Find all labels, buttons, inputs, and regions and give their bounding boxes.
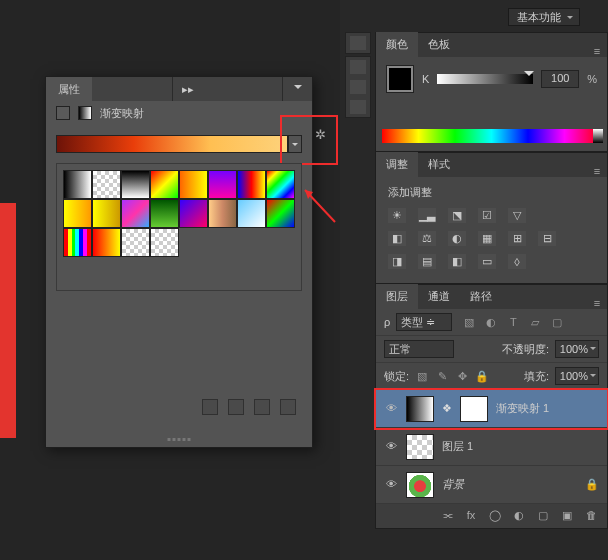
gear-icon[interactable]: ✲ [315,127,326,142]
fx-icon[interactable]: fx [463,509,479,523]
layer-item-background[interactable]: 👁 背景 🔒 [376,466,607,504]
layer-name: 背景 [442,477,464,492]
clip-icon[interactable] [202,399,218,415]
dock-icon[interactable] [350,60,366,74]
layers-panel: 图层 通道 路径 ≡ ρ 类型 ≑ ▧ ◐ T ▱ ▢ 正常 不透明度: 100… [375,284,608,529]
lock-all-icon[interactable]: 🔒 [475,369,489,383]
adjustment-layer-icon[interactable]: ◐ [511,509,527,523]
mask-icon [78,106,92,120]
exposure-icon[interactable]: ☑ [478,208,496,223]
panel-menu-icon[interactable]: ≡ [587,45,607,57]
foreground-swatch[interactable] [386,65,414,93]
delete-icon[interactable]: 🗑 [583,509,599,523]
panel-menu-icon[interactable]: ≡ [587,297,607,309]
filter-pixel-icon[interactable]: ▧ [462,315,476,329]
threshold-icon[interactable]: ◧ [448,254,466,269]
gradient-swatch[interactable] [121,228,150,257]
color-balance-icon[interactable]: ⚖ [418,231,436,246]
resize-handle[interactable] [168,438,191,441]
kind-select[interactable]: 类型 ≑ [396,313,452,331]
layer-item[interactable]: 👁 图层 1 [376,428,607,466]
curves-icon[interactable]: ⬔ [448,208,466,223]
view-prev-icon[interactable] [228,399,244,415]
gradient-swatch[interactable] [179,199,208,228]
new-layer-icon[interactable]: ▣ [559,509,575,523]
tab-styles[interactable]: 样式 [418,152,460,177]
mask-icon[interactable]: ◯ [487,509,503,523]
gradient-swatch[interactable] [63,228,92,257]
filter-shape-icon[interactable]: ▱ [528,315,542,329]
workspace-dropdown[interactable]: 基本功能 [508,8,580,26]
gradient-swatch[interactable] [150,228,179,257]
bw-icon[interactable]: ◐ [448,231,466,246]
blend-row: 正常 不透明度: 100% [376,336,607,363]
gradient-swatch[interactable] [121,199,150,228]
invert-icon[interactable]: ◨ [388,254,406,269]
tab-paths[interactable]: 路径 [460,284,502,309]
mask-thumb[interactable] [460,396,488,422]
gradient-swatch[interactable] [63,199,92,228]
gradient-swatch[interactable] [150,199,179,228]
gradient-preview[interactable] [56,135,288,153]
red-shape-edge [0,203,16,438]
gradient-swatch[interactable] [266,199,295,228]
visibility-icon[interactable]: 👁 [384,478,398,492]
group-icon[interactable]: ▢ [535,509,551,523]
trash-icon[interactable] [280,399,296,415]
gradient-swatch[interactable] [92,170,121,199]
posterize-icon[interactable]: ▤ [418,254,436,269]
brightness-icon[interactable]: ☀ [388,208,406,223]
channel-mixer-icon[interactable]: ⊞ [508,231,526,246]
gradient-swatch[interactable] [266,170,295,199]
dock-icon[interactable] [350,36,366,50]
gradient-swatch[interactable] [208,199,237,228]
link-layers-icon[interactable]: ⫘ [439,509,455,523]
gradient-swatch[interactable] [92,228,121,257]
gradient-swatch[interactable] [237,170,266,199]
properties-panel: 属性 ▸▸ 渐变映射 ✲ [45,76,313,448]
k-slider[interactable] [437,74,533,84]
spectrum-bar[interactable] [382,129,601,143]
k-value-input[interactable]: 100 [541,70,579,88]
panel-collapse-button[interactable]: ▸▸ [172,77,202,101]
vibrance-icon[interactable]: ▽ [508,208,526,223]
hue-icon[interactable]: ◧ [388,231,406,246]
filter-smart-icon[interactable]: ▢ [550,315,564,329]
lock-icon: 🔒 [585,478,599,491]
visibility-icon[interactable]: 👁 [384,440,398,454]
gradient-swatch[interactable] [63,170,92,199]
filter-type-icon[interactable]: T [506,315,520,329]
color-lookup-icon[interactable]: ⊟ [538,231,556,246]
gradient-swatch[interactable] [150,170,179,199]
lock-position-icon[interactable]: ✥ [455,369,469,383]
tab-color[interactable]: 颜色 [376,32,418,57]
tab-channels[interactable]: 通道 [418,284,460,309]
levels-icon[interactable]: ▁▃ [418,208,436,223]
photo-filter-icon[interactable]: ▦ [478,231,496,246]
panel-menu-button[interactable] [282,77,312,101]
gradient-map-icon[interactable]: ▭ [478,254,496,269]
tab-adjustments[interactable]: 调整 [376,152,418,177]
tab-layers[interactable]: 图层 [376,284,418,309]
gradient-swatch[interactable] [92,199,121,228]
dock-icon[interactable] [350,100,366,114]
adjust-tabbar: 调整 样式 ≡ [376,153,607,177]
layer-item-gradient-map[interactable]: 👁 ❖ 渐变映射 1 [376,390,607,428]
selective-color-icon[interactable]: ◊ [508,254,526,269]
blend-mode-select[interactable]: 正常 [384,340,454,358]
gradient-swatch[interactable] [237,199,266,228]
gradient-swatch[interactable] [208,170,237,199]
filter-adjust-icon[interactable]: ◐ [484,315,498,329]
dock-icon[interactable] [350,80,366,94]
lock-pixels-icon[interactable]: ✎ [435,369,449,383]
properties-tab[interactable]: 属性 [46,77,92,101]
opacity-input[interactable]: 100% [555,340,599,358]
reset-icon[interactable] [254,399,270,415]
gradient-swatch[interactable] [179,170,208,199]
visibility-icon[interactable]: 👁 [384,402,398,416]
lock-transparent-icon[interactable]: ▧ [415,369,429,383]
gradient-swatch[interactable] [121,170,150,199]
fill-input[interactable]: 100% [555,367,599,385]
panel-menu-icon[interactable]: ≡ [587,165,607,177]
tab-swatches[interactable]: 色板 [418,32,460,57]
